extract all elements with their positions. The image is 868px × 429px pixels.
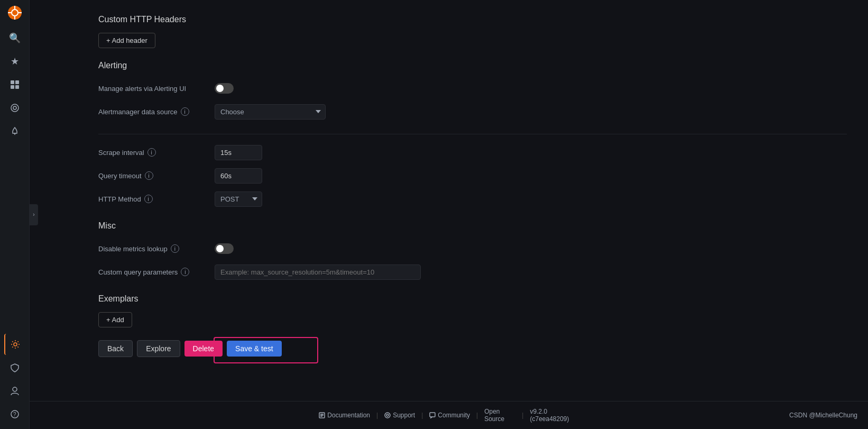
grafana-logo[interactable]	[6, 4, 23, 21]
custom-query-input[interactable]	[215, 264, 421, 280]
manage-alerts-row: Manage alerts via Alerting UI	[98, 79, 847, 98]
misc-title: Misc	[98, 221, 847, 231]
footer-links: Documentation | Support | Community |	[312, 408, 585, 423]
sidebar-item-alerting[interactable]	[4, 121, 25, 142]
exemplars-title: Exemplars	[98, 294, 847, 304]
svg-point-15	[13, 387, 17, 391]
footer-documentation-link[interactable]: Documentation	[312, 412, 376, 419]
svg-text:?: ?	[13, 412, 16, 417]
svg-rect-7	[15, 80, 19, 84]
add-header-button[interactable]: + Add header	[98, 33, 155, 48]
action-buttons-row: Back Explore Delete Save & test	[98, 340, 847, 357]
community-icon	[429, 412, 436, 418]
page-content: Custom HTTP Headers + Add header Alertin…	[30, 0, 868, 401]
query-timeout-label: Query timeout i	[98, 171, 215, 180]
footer-support-link[interactable]: Support	[378, 412, 421, 419]
custom-query-info-icon[interactable]: i	[181, 268, 189, 276]
svg-point-11	[13, 106, 16, 109]
disable-metrics-info-icon[interactable]: i	[171, 244, 179, 253]
sidebar-item-search[interactable]: 🔍	[4, 28, 25, 49]
sidebar-item-dashboards[interactable]	[4, 74, 25, 95]
disable-metrics-toggle[interactable]	[215, 243, 234, 254]
svg-rect-8	[11, 85, 14, 89]
alerting-title: Alerting	[98, 61, 847, 70]
alertmanager-info-icon[interactable]: i	[181, 107, 189, 116]
svg-rect-6	[11, 80, 14, 84]
scrape-interval-input[interactable]	[215, 145, 262, 160]
custom-http-headers-title: Custom HTTP Headers	[98, 15, 847, 24]
alertmanager-row: Alertmanager data source i Choose	[98, 102, 847, 121]
http-method-row: HTTP Method i POST GET	[98, 189, 847, 208]
svg-rect-24	[430, 413, 435, 417]
query-timeout-info-icon[interactable]: i	[145, 171, 153, 180]
svg-point-22	[385, 413, 390, 418]
footer: Documentation | Support | Community |	[30, 401, 868, 429]
section-divider-1	[98, 134, 847, 134]
http-method-info-icon[interactable]: i	[144, 195, 153, 203]
alertmanager-label: Alertmanager data source i	[98, 107, 215, 116]
support-icon	[384, 412, 391, 418]
delete-button[interactable]: Delete	[184, 341, 223, 357]
scrape-interval-info-icon[interactable]: i	[147, 148, 156, 157]
sidebar: 🔍 ★	[0, 0, 30, 429]
manage-alerts-toggle[interactable]	[215, 83, 234, 94]
svg-point-14	[14, 343, 17, 346]
alertmanager-select[interactable]: Choose	[215, 104, 326, 120]
doc-icon	[319, 412, 325, 418]
http-method-label: HTTP Method i	[98, 195, 215, 203]
sidebar-item-help[interactable]: ?	[4, 404, 25, 425]
custom-http-headers-section: Custom HTTP Headers + Add header	[98, 15, 847, 48]
query-settings-section: Scrape interval i Query timeout i HTTP M…	[98, 143, 847, 208]
scrape-interval-label: Scrape interval i	[98, 148, 215, 157]
footer-version: v9.2.0 (c7eea48209)	[523, 408, 585, 423]
scrape-interval-row: Scrape interval i	[98, 143, 847, 162]
manage-alerts-label: Manage alerts via Alerting UI	[98, 85, 215, 93]
back-button[interactable]: Back	[98, 340, 133, 357]
misc-section: Misc Disable metrics lookup i Custom que…	[98, 221, 847, 281]
exemplars-section: Exemplars + Add	[98, 294, 847, 327]
sidebar-collapse-button[interactable]: ›	[30, 204, 38, 225]
footer-brand: CSDN @MichelleChung	[789, 412, 857, 419]
sidebar-item-user[interactable]	[4, 380, 25, 401]
alerting-section: Alerting Manage alerts via Alerting UI A…	[98, 61, 847, 121]
sidebar-item-starred[interactable]: ★	[4, 51, 25, 72]
sidebar-item-shield[interactable]	[4, 357, 25, 378]
main-content: Custom HTTP Headers + Add header Alertin…	[30, 0, 868, 429]
query-timeout-row: Query timeout i	[98, 166, 847, 185]
sidebar-item-explore[interactable]	[4, 97, 25, 118]
http-method-select[interactable]: POST GET	[215, 191, 262, 207]
footer-open-source-link[interactable]: Open Source	[478, 408, 522, 423]
custom-query-row: Custom query parameters i	[98, 262, 847, 281]
disable-metrics-row: Disable metrics lookup i	[98, 239, 847, 258]
add-exemplar-button[interactable]: + Add	[98, 312, 132, 327]
custom-query-label: Custom query parameters i	[98, 268, 215, 276]
svg-rect-9	[15, 85, 19, 89]
svg-point-10	[11, 104, 19, 112]
query-timeout-input[interactable]	[215, 168, 262, 184]
sidebar-item-settings[interactable]	[4, 334, 25, 355]
footer-community-link[interactable]: Community	[423, 412, 476, 419]
svg-point-23	[386, 414, 389, 416]
disable-metrics-label: Disable metrics lookup i	[98, 244, 215, 253]
save-test-button[interactable]: Save & test	[227, 341, 282, 357]
explore-button[interactable]: Explore	[137, 340, 180, 357]
